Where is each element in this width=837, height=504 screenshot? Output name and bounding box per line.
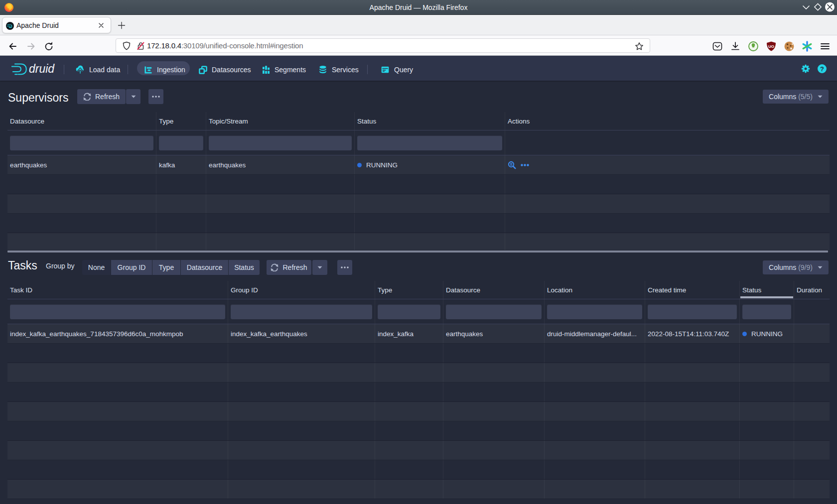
svg-text:UO: UO	[768, 44, 774, 49]
svg-text:?: ?	[820, 65, 824, 73]
